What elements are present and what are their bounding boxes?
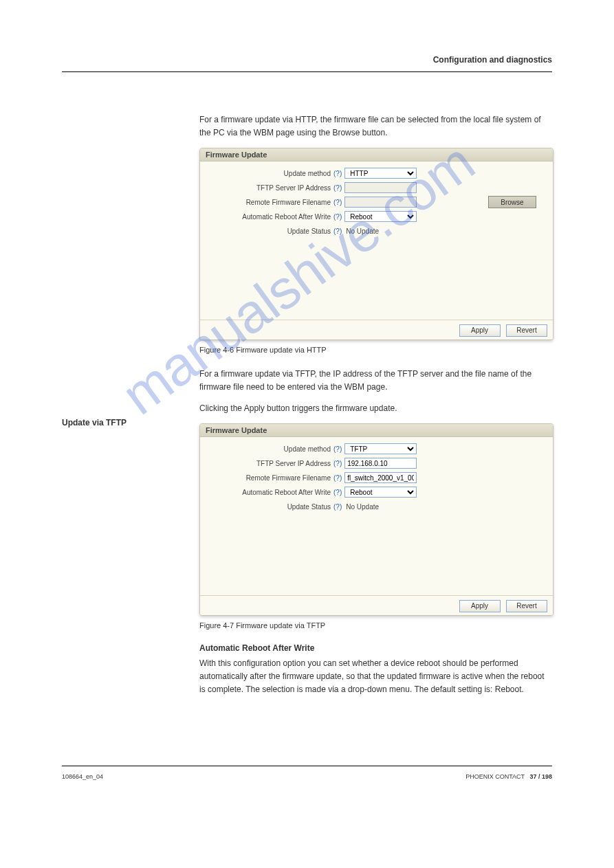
input-tftp-ip xyxy=(344,182,417,193)
panel-title: Firmware Update xyxy=(200,148,553,162)
auto-reboot-heading: Automatic Reboot After Write xyxy=(199,643,552,653)
help-icon[interactable]: (?) xyxy=(333,227,342,235)
select-update-method[interactable]: HTTP xyxy=(344,168,417,179)
apply-button[interactable]: Apply xyxy=(459,600,501,612)
help-icon[interactable]: (?) xyxy=(333,184,342,192)
label-tftp-ip: TFTP Server IP Address xyxy=(207,460,331,467)
label-remote-file: Remote Firmware Filename xyxy=(207,199,331,206)
page-header-category: Configuration and diagnostics xyxy=(62,0,552,71)
apply-button[interactable]: Apply xyxy=(459,324,501,337)
input-tftp-ip[interactable] xyxy=(344,458,417,469)
help-icon[interactable]: (?) xyxy=(333,503,342,511)
input-remote-file[interactable] xyxy=(344,472,417,483)
revert-button[interactable]: Revert xyxy=(506,324,547,337)
value-update-status: No Update xyxy=(346,503,379,511)
help-icon[interactable]: (?) xyxy=(333,213,342,221)
label-update-method: Update method xyxy=(207,445,331,453)
help-icon[interactable]: (?) xyxy=(333,445,342,453)
intro-paragraph: For a firmware update via HTTP, the firm… xyxy=(199,113,552,140)
select-auto-reboot[interactable]: Reboot xyxy=(344,211,417,222)
label-update-method: Update method xyxy=(207,170,331,177)
footer-company: PHOENIX CONTACT 37 / 198 xyxy=(465,773,552,780)
panel-title: Firmware Update xyxy=(200,424,553,437)
figure-caption-2: Figure 4-7 Firmware update via TFTP xyxy=(199,621,552,630)
help-icon[interactable]: (?) xyxy=(333,199,342,206)
footer-doc-id: 108664_en_04 xyxy=(62,773,103,780)
revert-button[interactable]: Revert xyxy=(506,600,547,612)
label-tftp-ip: TFTP Server IP Address xyxy=(207,184,331,192)
select-auto-reboot[interactable]: Reboot xyxy=(344,487,417,498)
tftp-paragraph-2: Clicking the Apply button triggers the f… xyxy=(199,402,552,415)
value-update-status: No Update xyxy=(346,227,379,235)
label-update-status: Update Status xyxy=(207,503,331,511)
input-remote-file xyxy=(344,197,417,208)
label-auto-reboot: Automatic Reboot After Write xyxy=(207,489,331,496)
auto-reboot-paragraph: With this configuration option you can s… xyxy=(199,657,552,697)
firmware-update-panel-tftp: Firmware Update Update method (?) TFTP T… xyxy=(199,423,553,616)
help-icon[interactable]: (?) xyxy=(333,170,342,177)
tftp-paragraph-1: For a firmware update via TFTP, the IP a… xyxy=(199,368,552,394)
browse-button[interactable]: Browse xyxy=(488,196,536,208)
help-icon[interactable]: (?) xyxy=(333,489,342,496)
label-remote-file: Remote Firmware Filename xyxy=(207,474,331,482)
label-auto-reboot: Automatic Reboot After Write xyxy=(207,213,331,221)
label-update-status: Update Status xyxy=(207,227,331,235)
firmware-update-panel-http: Firmware Update Update method (?) HTTP T… xyxy=(199,148,553,340)
help-icon[interactable]: (?) xyxy=(333,474,342,482)
select-update-method[interactable]: TFTP xyxy=(344,443,417,454)
header-divider xyxy=(62,71,552,72)
help-icon[interactable]: (?) xyxy=(333,460,342,467)
figure-caption-1: Figure 4-6 Firmware update via HTTP xyxy=(199,346,552,354)
margin-heading-tftp: Update via TFTP xyxy=(62,418,127,427)
